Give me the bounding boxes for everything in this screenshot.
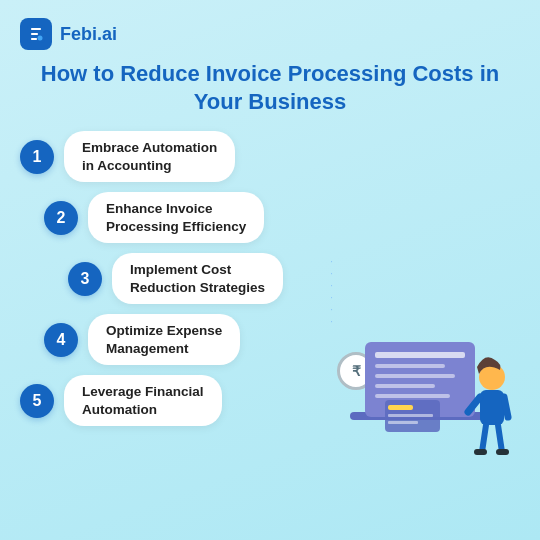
step-number-4: 4: [44, 323, 78, 357]
steps-list: 1 Embrace Automationin Accounting 2 Enha…: [20, 131, 520, 426]
step-label-4: Optimize ExpenseManagement: [88, 314, 240, 365]
svg-line-17: [482, 425, 486, 452]
step-number-2: 2: [44, 201, 78, 235]
svg-rect-19: [474, 449, 487, 455]
step-item-1: 1 Embrace Automationin Accounting: [20, 131, 520, 182]
step-number-5: 5: [20, 384, 54, 418]
step-label-5: Leverage FinancialAutomation: [64, 375, 222, 426]
svg-rect-20: [496, 449, 509, 455]
logo-icon: [20, 18, 52, 50]
page-title: How to Reduce Invoice Processing Costs i…: [20, 60, 520, 115]
step-number-1: 1: [20, 140, 54, 174]
step-label-2: Enhance InvoiceProcessing Efficiency: [88, 192, 264, 243]
step-label-1: Embrace Automationin Accounting: [64, 131, 235, 182]
svg-point-1: [38, 36, 43, 41]
step-item-4: 4 Optimize ExpenseManagement: [44, 314, 520, 365]
page-container: Febi.ai How to Reduce Invoice Processing…: [0, 0, 540, 540]
step-item-2: 2 Enhance InvoiceProcessing Efficiency: [44, 192, 520, 243]
header: Febi.ai: [20, 18, 520, 50]
brand-name: Febi.ai: [60, 24, 117, 45]
step-number-3: 3: [68, 262, 102, 296]
svg-line-18: [498, 425, 502, 452]
step-item-3: 3 Implement CostReduction Strategies: [68, 253, 520, 304]
step-label-3: Implement CostReduction Strategies: [112, 253, 283, 304]
step-item-5: 5 Leverage FinancialAutomation: [20, 375, 520, 426]
